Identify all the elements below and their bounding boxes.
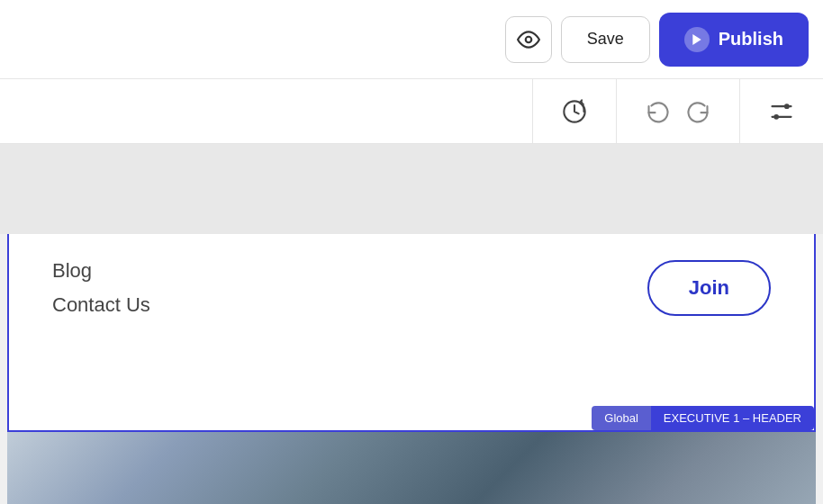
top-toolbar: Save Publish [0, 0, 823, 79]
nav-links: Blog Contact Us [52, 259, 150, 317]
undo-redo-section [616, 79, 739, 143]
redo-button[interactable] [678, 92, 718, 131]
redo-icon [685, 99, 710, 124]
svg-point-0 [525, 36, 531, 42]
publish-button[interactable]: Publish [659, 13, 809, 67]
global-label: Global [592, 406, 651, 430]
publish-label: Publish [719, 29, 783, 50]
eye-icon [517, 28, 540, 51]
history-button[interactable] [555, 92, 594, 131]
undo-button[interactable] [638, 92, 678, 131]
preview-labels: Global EXECUTIVE 1 – HEADER [592, 406, 814, 430]
canvas-area [0, 144, 823, 234]
preview-nav: Blog Contact Us Join [9, 234, 814, 342]
header-label: EXECUTIVE 1 – HEADER [651, 406, 814, 430]
secondary-toolbar [0, 79, 823, 144]
publish-arrow-icon [684, 27, 710, 52]
clock-history-icon [562, 99, 587, 124]
nav-link-contact: Contact Us [52, 293, 150, 317]
svg-marker-1 [692, 34, 701, 45]
join-button-label: Join [689, 276, 729, 299]
image-strip [7, 432, 816, 504]
join-button[interactable]: Join [647, 260, 771, 316]
save-label: Save [587, 30, 624, 48]
options-section [739, 79, 823, 143]
website-preview: Blog Contact Us Join Global EXECUTIVE 1 … [7, 234, 816, 432]
undo-icon [646, 99, 671, 124]
save-button[interactable]: Save [561, 16, 650, 63]
options-button[interactable] [762, 92, 801, 131]
history-section [532, 79, 616, 143]
preview-button[interactable] [505, 16, 552, 63]
sliders-icon [769, 99, 794, 124]
nav-link-blog: Blog [52, 259, 150, 283]
